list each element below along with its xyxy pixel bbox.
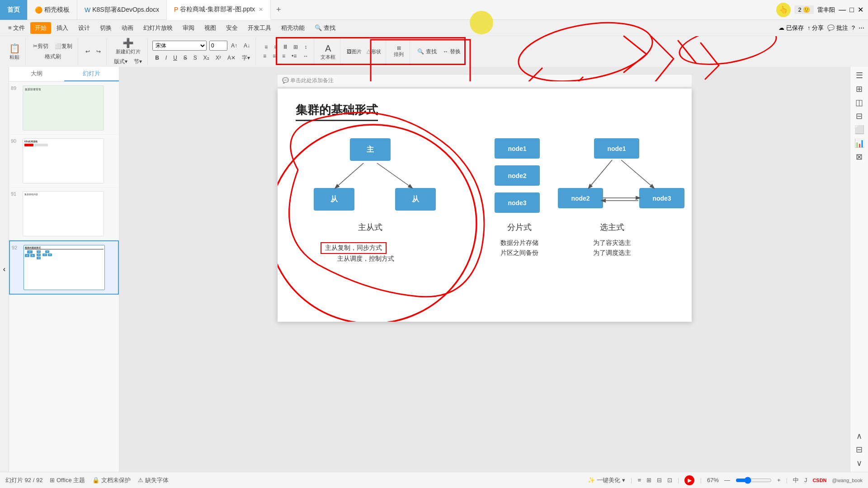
menu-start[interactable]: 开始: [30, 22, 51, 34]
right-btn-scroll-down[interactable]: ∨: [856, 458, 862, 468]
char-spacing-btn[interactable]: 字▾: [239, 53, 253, 63]
layout-btn[interactable]: 版式▾: [111, 57, 130, 66]
text-box-btn[interactable]: A 文本框: [319, 42, 337, 61]
line-space-btn[interactable]: ↕: [302, 43, 310, 51]
undo-btn[interactable]: ↩: [83, 47, 93, 56]
underline-btn[interactable]: U: [170, 54, 180, 62]
right-btn-6[interactable]: 📊: [854, 138, 864, 148]
menu-slideshow[interactable]: 幻灯片放映: [139, 22, 177, 34]
tab-bar-right: 👆 2 🙂 雷丰阳 — □ ✕: [776, 3, 868, 17]
tab-outline[interactable]: 大纲: [9, 67, 64, 81]
tab-home[interactable]: 首页: [0, 0, 28, 20]
textbox-icon: A: [325, 43, 331, 54]
align-center-btn[interactable]: ≡: [271, 43, 280, 51]
shape-btn[interactable]: △形状: [364, 47, 383, 56]
right-btn-2[interactable]: ⊞: [856, 84, 863, 94]
divider1: |: [631, 477, 632, 483]
bullet-btn[interactable]: •≡: [289, 52, 299, 60]
tab-template[interactable]: 🟠 稻壳模板: [28, 0, 77, 20]
clear-format-btn[interactable]: A✕: [225, 54, 238, 62]
minimize-button[interactable]: —: [839, 6, 846, 14]
italic-btn[interactable]: I: [163, 54, 170, 62]
menu-view[interactable]: 视图: [200, 22, 221, 34]
font-decrease-btn[interactable]: A↓: [241, 42, 253, 50]
menu-security[interactable]: 安全: [222, 22, 242, 34]
slide-thumb-91[interactable]: 91 集群群组内容: [9, 188, 119, 240]
slide-thumb-89[interactable]: 89 集群部署零售: [9, 82, 119, 135]
slide-thumb-90[interactable]: 90 K8s应用流程: [9, 135, 119, 188]
image-btn[interactable]: 🖼图片: [345, 47, 363, 56]
copy-btn[interactable]: ⬜复制: [52, 42, 75, 51]
help-btn[interactable]: ?: [852, 24, 855, 31]
text-dir-btn[interactable]: ↔: [300, 52, 311, 60]
columns-btn[interactable]: Ⅲ: [281, 43, 290, 51]
menu-file[interactable]: ≡ 文件: [4, 22, 29, 34]
cut-btn[interactable]: ✂剪切: [30, 42, 51, 51]
cloud-save[interactable]: ☁ 已保存: [778, 24, 804, 32]
menu-transition[interactable]: 切换: [95, 22, 116, 34]
right-btn-scroll-up[interactable]: ∧: [856, 431, 862, 441]
restore-button[interactable]: □: [849, 6, 854, 14]
menu-insert[interactable]: 插入: [52, 22, 73, 34]
right-btn-3[interactable]: ◫: [855, 98, 863, 108]
section-btn[interactable]: 节▾: [131, 57, 145, 66]
right-btn-7[interactable]: ⊠: [856, 152, 863, 162]
tab-pptx[interactable]: P 谷粒商城-集群部署-图.pptx ✕: [167, 0, 271, 20]
paste-btn[interactable]: 📋 粘贴: [6, 42, 23, 61]
menu-design[interactable]: 设计: [74, 22, 94, 34]
tab-close-icon[interactable]: ✕: [259, 6, 263, 13]
menu-review[interactable]: 审阅: [178, 22, 199, 34]
more-btn[interactable]: ⋯: [859, 24, 864, 31]
font-family-select[interactable]: 宋体: [152, 41, 207, 51]
view-proj-btn[interactable]: ⊡: [667, 477, 672, 483]
subscript-btn[interactable]: X₂: [201, 54, 212, 62]
zoom-in-btn[interactable]: +: [777, 477, 781, 483]
beautify-dropdown-icon: ▾: [622, 477, 625, 483]
find-btn[interactable]: 🔍 查找: [415, 47, 439, 56]
slide-info: 幻灯片 92 / 92: [5, 476, 42, 484]
right-btn-scroll-mid[interactable]: ⊟: [856, 445, 863, 455]
align-left2-btn[interactable]: ≡: [260, 52, 269, 60]
tab-slides[interactable]: 幻灯片: [64, 67, 119, 81]
indent-btn[interactable]: ⊞: [291, 43, 301, 51]
menu-devtools[interactable]: 开发工具: [243, 22, 276, 34]
menu-daoke[interactable]: 稻壳功能: [277, 22, 309, 34]
tab-add-button[interactable]: +: [271, 5, 287, 14]
play-btn[interactable]: ▶: [684, 475, 694, 485]
zoom-out-btn[interactable]: —: [724, 477, 730, 483]
menu-animation[interactable]: 动画: [117, 22, 138, 34]
close-button[interactable]: ✕: [858, 5, 863, 14]
slide-thumb-92[interactable]: 92 集群的基础形式 主 从 从: [9, 240, 119, 295]
bold-btn[interactable]: B: [152, 54, 162, 62]
office-icon: ⊞: [50, 477, 55, 483]
smartart-btn[interactable]: ⊞ 排列: [391, 44, 407, 59]
align-center2-btn[interactable]: ≡: [270, 52, 278, 60]
beautify-btn[interactable]: ✨ 一键美化 ▾: [588, 476, 625, 484]
menu-search[interactable]: 🔍 查找: [310, 22, 340, 34]
view-normal-btn[interactable]: ≡: [638, 477, 642, 483]
align-right-btn[interactable]: ≡: [279, 52, 288, 60]
sidebar-toggle[interactable]: ‹: [0, 67, 9, 472]
protection-info: 🔒 文档未保护: [92, 476, 131, 484]
right-btn-1[interactable]: ☰: [856, 70, 863, 80]
right-btn-4[interactable]: ⊟: [856, 111, 863, 121]
superscript-btn[interactable]: X²: [213, 54, 224, 62]
comment-btn[interactable]: 💬 批注: [827, 24, 848, 32]
replace-btn[interactable]: ↔ 替换: [440, 47, 463, 56]
slide-canvas[interactable]: 集群的基础形式 主 从 从 主从式: [278, 89, 692, 322]
note-bar[interactable]: 💬 单击此处添加备注: [278, 74, 692, 87]
font-increase-btn[interactable]: A↑: [228, 42, 240, 50]
redo-btn[interactable]: ↪: [94, 47, 104, 56]
share-btn[interactable]: ↑ 分享: [807, 24, 824, 32]
font-size-input[interactable]: [209, 41, 227, 51]
shadow-btn[interactable]: S: [191, 54, 200, 62]
tab-docx[interactable]: W K8S部署&DevOps.docx: [77, 0, 167, 20]
format-btn[interactable]: 格式刷: [42, 52, 64, 61]
align-left-btn[interactable]: ≡: [262, 43, 270, 51]
right-btn-5[interactable]: ⬜: [854, 125, 864, 135]
view-grid-btn[interactable]: ⊞: [646, 477, 651, 483]
view-split-btn[interactable]: ⊟: [657, 477, 662, 483]
zoom-slider[interactable]: [736, 477, 772, 484]
strikethrough-btn[interactable]: S: [181, 54, 190, 62]
new-slide-btn[interactable]: ➕ 新建幻灯片: [114, 37, 142, 56]
